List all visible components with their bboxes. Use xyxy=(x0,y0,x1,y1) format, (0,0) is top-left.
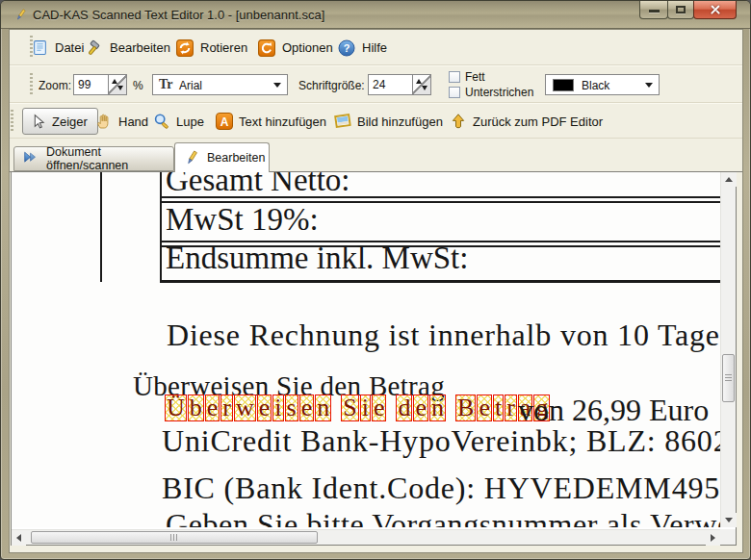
scan-payment-terms: Diese Rechnung ist innerhalb von 10 Tage… xyxy=(167,319,720,350)
add-image-button[interactable]: Bild hinzufügen xyxy=(334,108,443,135)
menu-item-rotieren[interactable]: Rotieren xyxy=(176,35,247,61)
vertical-scroll-thumb[interactable] xyxy=(722,354,735,402)
underline-checkbox[interactable]: Unterstrichen xyxy=(449,85,533,100)
hammer-icon xyxy=(86,39,103,57)
font-size-stepper[interactable] xyxy=(413,74,431,95)
client-area: Datei Bearbeiten Rotieren Optionen ? Hil… xyxy=(9,29,743,553)
horizontal-scroll-thumb[interactable] xyxy=(31,531,318,544)
scan-icon xyxy=(22,150,39,167)
format-toolbar: Zoom: % Tr Arial Schriftgröße: Fett xyxy=(10,66,742,103)
app-window: CAD-KAS Scanned Text Editor 1.0 - [unben… xyxy=(0,0,751,560)
pointer-tool-label: Zeiger xyxy=(52,115,88,129)
thumb-grip-icon xyxy=(170,534,179,541)
color-swatch xyxy=(553,79,574,91)
toolbar-gripper[interactable] xyxy=(11,110,13,133)
loupe-tool-label: Lupe xyxy=(176,115,204,129)
bold-checkbox[interactable]: Fett xyxy=(449,69,533,85)
hand-tool-label: Hand xyxy=(118,115,148,129)
spin-down-icon xyxy=(117,86,123,90)
add-text-icon: A xyxy=(216,113,233,130)
menu-item-label: Rotieren xyxy=(200,40,247,55)
scan-table-row: Endsumme inkl. MwSt: xyxy=(166,242,468,274)
magnifier-icon xyxy=(153,113,170,130)
font-combobox[interactable]: Tr Arial xyxy=(152,74,288,95)
dropdown-arrow-icon xyxy=(645,83,653,88)
document-panel: Gesamt Netto: MwSt 19%: Endsumme inkl. M… xyxy=(11,172,737,546)
add-text-button[interactable]: A Text hinzufügen xyxy=(216,108,326,135)
scroll-right-icon xyxy=(711,534,715,542)
tab-edit[interactable]: Bearbeiten xyxy=(174,142,270,172)
add-image-label: Bild hinzufügen xyxy=(357,115,443,129)
color-combobox[interactable]: Black xyxy=(545,74,660,95)
menu-item-optionen[interactable]: Optionen xyxy=(258,35,333,61)
menu-item-label: Optionen xyxy=(282,40,333,55)
menu-item-hilfe[interactable]: ? Hilfe xyxy=(338,35,387,61)
color-name-value: Black xyxy=(582,79,609,92)
underline-checkbox-box xyxy=(449,87,460,98)
back-to-pdf-button[interactable]: Zurück zum PDF Editor xyxy=(450,108,603,135)
scroll-right-button[interactable] xyxy=(706,530,720,546)
menu-item-label: Bearbeiten xyxy=(110,40,170,55)
rotate-icon xyxy=(176,39,194,57)
back-to-pdf-label: Zurück zum PDF Editor xyxy=(473,115,603,129)
font-size-input[interactable] xyxy=(368,74,413,95)
file-icon xyxy=(32,39,48,56)
menu-toolbar: Datei Bearbeiten Rotieren Optionen ? Hil… xyxy=(10,30,742,65)
underline-checkbox-label: Unterstrichen xyxy=(465,86,533,99)
loupe-tool-button[interactable]: Lupe xyxy=(153,108,204,135)
menu-item-bearbeiten[interactable]: Bearbeiten xyxy=(86,35,170,61)
svg-text:A: A xyxy=(220,115,229,129)
minimize-button[interactable] xyxy=(639,1,668,19)
hand-tool-button[interactable]: Hand xyxy=(95,108,148,135)
horizontal-scrollbar[interactable] xyxy=(12,529,720,545)
add-text-label: Text hinzufügen xyxy=(239,115,326,129)
maximize-button[interactable] xyxy=(667,1,694,19)
zoom-stepper[interactable] xyxy=(109,74,127,95)
scroll-up-button[interactable] xyxy=(721,172,737,187)
toolbar-gripper[interactable] xyxy=(30,73,33,96)
scroll-left-button[interactable] xyxy=(12,530,26,546)
scan-bank-line: UniCredit Bank-HypoVereinbk; BLZ: 860200 xyxy=(162,425,720,456)
window-controls xyxy=(640,1,737,19)
window-title: CAD-KAS Scanned Text Editor 1.0 - [unben… xyxy=(33,8,324,22)
zoom-unit-label: % xyxy=(133,79,143,92)
zoom-input[interactable] xyxy=(73,74,109,95)
tools-toolbar: Zeiger Hand Lupe A Text hinzufügen Bild … xyxy=(10,104,742,139)
close-icon xyxy=(710,4,721,15)
font-size-label: Schriftgröße: xyxy=(298,79,365,92)
pen-icon xyxy=(183,149,200,166)
table-border-left xyxy=(100,172,102,282)
table-rule xyxy=(160,280,720,283)
spin-up-icon xyxy=(112,79,117,84)
app-icon xyxy=(13,8,28,22)
tab-strip: Dokument öffnen/scannen Bearbeiten xyxy=(10,139,742,172)
dropdown-arrow-icon xyxy=(273,83,281,88)
spin-up-icon xyxy=(416,79,422,84)
style-checkboxes: Fett Unterstrichen xyxy=(449,69,533,100)
tab-open-scan[interactable]: Dokument öffnen/scannen xyxy=(13,146,174,171)
bold-checkbox-label: Fett xyxy=(465,70,485,84)
scroll-down-button[interactable] xyxy=(721,513,737,527)
document-viewport[interactable]: Gesamt Netto: MwSt 19%: Endsumme inkl. M… xyxy=(12,172,720,527)
vertical-scrollbar[interactable] xyxy=(720,172,736,527)
truetype-icon: Tr xyxy=(159,77,173,92)
ocr-selection[interactable]: ÜberweisenSiedenBetrag xyxy=(165,395,551,421)
scan-table-row: Gesamt Netto: xyxy=(166,172,350,196)
scroll-down-icon xyxy=(725,518,733,522)
pointer-tool-button[interactable]: Zeiger xyxy=(22,108,98,135)
help-icon: ? xyxy=(338,39,355,57)
table-border-column xyxy=(160,172,162,282)
minimize-icon xyxy=(649,10,660,13)
title-bar[interactable]: CAD-KAS Scanned Text Editor 1.0 - [unben… xyxy=(1,1,750,29)
close-button[interactable] xyxy=(693,1,737,19)
up-arrow-icon xyxy=(450,113,467,130)
maximize-icon xyxy=(676,6,686,13)
tab-edit-label: Bearbeiten xyxy=(207,151,265,165)
spin-down-icon xyxy=(422,86,427,90)
cursor-icon xyxy=(30,114,46,130)
menu-item-label: Datei xyxy=(55,40,84,55)
menu-item-datei[interactable]: Datei xyxy=(32,35,84,61)
bold-checkbox-box xyxy=(449,71,460,83)
thumb-grip-icon xyxy=(725,374,732,383)
menu-item-label: Hilfe xyxy=(362,40,387,55)
